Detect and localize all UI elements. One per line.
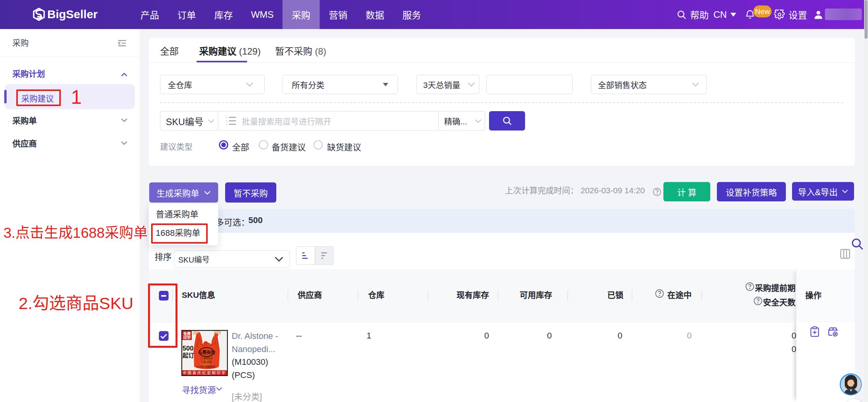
svg-text:红展·钱鹅: 红展·钱鹅 xyxy=(201,360,212,364)
svg-text:(5.34元 [包邮购买]: (5.34元 [包邮购买] xyxy=(196,365,215,368)
svg-text:起订: 起订 xyxy=(182,352,194,359)
svg-text:中国喜庆红定制印字: 中国喜庆红定制印字 xyxy=(183,371,227,375)
svg-text:免费: 免费 xyxy=(183,332,191,336)
svg-text:❀ 独取红定: ❀ 独取红定 xyxy=(200,357,213,360)
svg-text:500: 500 xyxy=(183,345,193,352)
svg-text:与黑有约: 与黑有约 xyxy=(198,350,215,355)
svg-text:印字: 印字 xyxy=(183,335,191,340)
